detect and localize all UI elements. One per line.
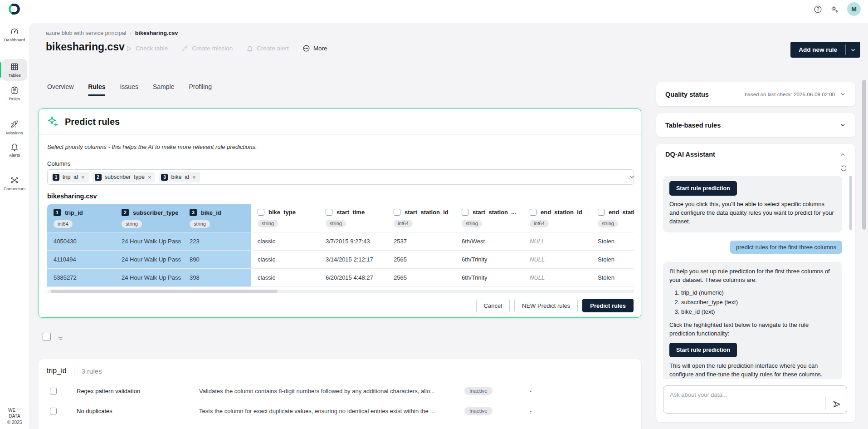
- table-row: 538527224 Hour Walk Up Pass398classic6/2…: [47, 268, 634, 287]
- column-checkbox[interactable]: [258, 209, 264, 216]
- column-checkbox[interactable]: [326, 209, 332, 216]
- table-row: 405043024 Hour Walk Up Pass223classic3/7…: [47, 232, 634, 250]
- column-name: start_station_id: [405, 209, 449, 216]
- sidebar-item-connectors[interactable]: Connectors: [2, 173, 27, 194]
- column-type-badge: string: [326, 220, 346, 227]
- more-button[interactable]: More: [302, 44, 327, 52]
- tab-rules[interactable]: Rules: [88, 83, 105, 96]
- column-chip-subscriber_type: 2subscriber_type×: [93, 172, 156, 182]
- sidebar-item-tables[interactable]: Tables: [2, 59, 27, 81]
- chevron-down-icon[interactable]: [839, 91, 846, 98]
- header-actions: Check tableCreate missionCreate alertMor…: [125, 44, 327, 52]
- reset-chat-icon[interactable]: [840, 165, 847, 172]
- avatar[interactable]: M: [847, 2, 861, 16]
- table-cell: 3/14/2015 2:12:17: [319, 251, 387, 268]
- quality-status-card: Quality status based on last check: 2025…: [656, 82, 855, 106]
- table-cell: 24 Hour Walk Up Pass: [115, 269, 183, 286]
- rule-value: -: [530, 388, 532, 394]
- assistant-list: trip_id (numeric)subscriber_type (text)b…: [681, 289, 836, 316]
- chevron-down-icon[interactable]: [846, 42, 860, 58]
- page-scrollbar[interactable]: [862, 67, 866, 429]
- tab-issues[interactable]: Issues: [120, 83, 138, 96]
- last-check-timestamp: based on last check: 2025-06-09 02:00: [745, 92, 835, 97]
- remove-chip-icon[interactable]: ×: [148, 174, 151, 180]
- column-rules-card: trip_id 3 rules Regex pattern validation…: [39, 359, 641, 429]
- table-cell: 3/7/2015 9:27:43: [319, 232, 387, 250]
- column-type-badge: int64: [54, 220, 73, 228]
- tab-sample[interactable]: Sample: [153, 83, 174, 96]
- column-header-top: start_time: [319, 204, 387, 217]
- predict-rules-footer: Cancel NEW Predict rules Predict rules: [476, 299, 634, 312]
- start-rule-prediction-button[interactable]: Start rule prediction: [669, 343, 737, 357]
- assistant-header[interactable]: DQ-AI Assistant: [656, 144, 855, 165]
- assistant-message: Start rule predictionOnce you click this…: [663, 176, 842, 232]
- column-checkbox[interactable]: [598, 209, 605, 216]
- new-predict-rules-button[interactable]: NEW Predict rules: [514, 299, 578, 312]
- table-cell: 2537: [387, 232, 455, 250]
- bell-icon: [246, 45, 254, 52]
- chevron-down-icon[interactable]: [839, 122, 846, 128]
- table-cell: Stolen: [591, 232, 634, 250]
- chevron-up-icon[interactable]: [839, 151, 846, 158]
- sidebar-item-label: Rules: [9, 96, 20, 101]
- sidebar-item-rules[interactable]: Rules: [2, 83, 27, 104]
- chevron-down-icon[interactable]: [629, 173, 635, 180]
- horizontal-scrollbar[interactable]: [47, 290, 634, 293]
- remove-chip-icon[interactable]: ×: [192, 174, 196, 180]
- footer-line: WE ♡: [0, 407, 29, 414]
- priority-badge: 2: [95, 174, 102, 181]
- header-divider: [29, 66, 868, 66]
- active-indicator: [0, 62, 1, 78]
- assistant-list-item: trip_id (numeric): [681, 289, 836, 297]
- chat-scrollbar-thumb[interactable]: [849, 176, 852, 230]
- column-chip-bike_id: 3bike_id×: [159, 172, 200, 182]
- chat-input[interactable]: Ask about your data...: [663, 385, 847, 414]
- columns-multiselect[interactable]: 1trip_id×2subscriber_type×3bike_id×: [47, 169, 634, 185]
- column-header-start_station_id: start_station_idint64: [387, 204, 455, 232]
- chip-label: subscriber_type: [105, 174, 145, 180]
- action-label: Create mission: [192, 45, 233, 52]
- select-all-checkbox[interactable]: [43, 333, 51, 341]
- rule-name: Regex pattern validation: [77, 388, 199, 394]
- tab-profiling[interactable]: Profiling: [189, 83, 212, 96]
- predict-rules-button[interactable]: Predict rules: [582, 299, 634, 312]
- chip-label: bike_id: [171, 174, 189, 180]
- column-header-top: end_station_id: [523, 204, 591, 217]
- breadcrumb-parent[interactable]: azure blob with service principal: [46, 30, 126, 36]
- rules-count: 3 rules: [82, 367, 102, 375]
- column-name: start_time: [336, 209, 365, 216]
- rule-checkbox[interactable]: [50, 388, 57, 394]
- quality-status-header[interactable]: Quality status based on last check: 2025…: [656, 82, 855, 106]
- status-badge: Inactive: [464, 387, 493, 395]
- page-scrollbar-thumb[interactable]: [862, 80, 866, 230]
- help-icon[interactable]: [814, 5, 822, 14]
- sidebar-item-missions[interactable]: Missions: [2, 117, 27, 138]
- rule-row: Regex pattern validationValidates the co…: [39, 383, 641, 399]
- tab-overview[interactable]: Overview: [47, 83, 73, 96]
- column-checkbox[interactable]: [530, 209, 536, 216]
- column-name: end_station_id: [541, 209, 582, 216]
- predict-rules-header: Predict rules: [39, 109, 641, 135]
- table-cell: Stolen: [591, 269, 634, 286]
- filter-icon[interactable]: [57, 335, 65, 342]
- column-header-top: 2subscriber_type: [115, 204, 183, 217]
- table-based-rules-header[interactable]: Table-based rules: [656, 113, 855, 137]
- horizontal-scrollbar-thumb[interactable]: [51, 290, 278, 293]
- table-cell: NULL: [523, 269, 591, 286]
- column-type-row: string: [319, 217, 387, 232]
- sidebar-item-dashboard[interactable]: Dashboard: [2, 24, 27, 45]
- column-header-top: 1trip_id: [47, 204, 115, 217]
- sidebar-item-alerts[interactable]: Alerts: [2, 139, 27, 161]
- start-rule-prediction-button[interactable]: Start rule prediction: [669, 181, 737, 196]
- column-name: subscriber_type: [133, 209, 178, 216]
- settings-gears-icon[interactable]: [830, 5, 839, 14]
- column-checkbox[interactable]: [394, 209, 400, 216]
- cancel-button[interactable]: Cancel: [476, 299, 510, 312]
- send-icon[interactable]: [832, 399, 841, 409]
- column-checkbox[interactable]: [462, 209, 468, 216]
- remove-chip-icon[interactable]: ×: [81, 174, 85, 180]
- brand-logo-icon[interactable]: [8, 2, 22, 16]
- add-new-rule-label: Add new rule: [790, 42, 845, 58]
- rule-checkbox[interactable]: [50, 408, 57, 414]
- add-new-rule-button[interactable]: Add new rule: [790, 42, 860, 58]
